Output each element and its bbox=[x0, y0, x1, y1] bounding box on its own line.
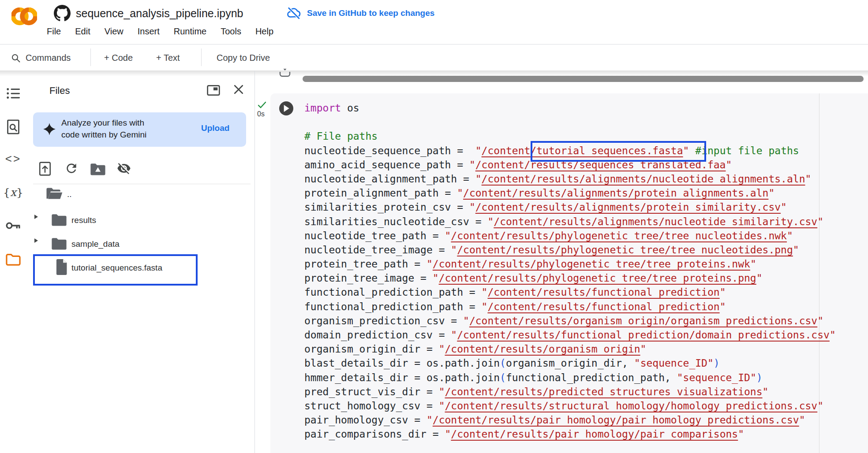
horizontal-scrollbar[interactable] bbox=[303, 76, 864, 82]
sidebar-divider bbox=[254, 71, 255, 453]
gemini-sparkle-icon bbox=[43, 122, 56, 136]
code-line[interactable]: pred_struct_vis_dir = "/content/results/… bbox=[304, 385, 836, 399]
commands-button[interactable]: Commands bbox=[26, 53, 71, 63]
code-line[interactable]: functional_prediction_path = "/content/r… bbox=[304, 300, 836, 314]
hide-hidden-files-icon[interactable] bbox=[116, 161, 131, 175]
toolbar-divider bbox=[201, 48, 202, 66]
save-in-github-link[interactable]: Save in GitHub to keep changes bbox=[307, 8, 434, 18]
code-line[interactable]: hmmer_details_dir = os.path.join(functio… bbox=[304, 371, 836, 385]
code-line[interactable]: domain_prediction_csv = "/content/result… bbox=[304, 328, 836, 342]
menu-file[interactable]: File bbox=[47, 26, 61, 37]
code-line[interactable]: blast_details_dir = os.path.join(organis… bbox=[304, 356, 836, 370]
code-line[interactable]: protein_tree_path = "/content/results/ph… bbox=[304, 257, 836, 271]
refresh-icon[interactable] bbox=[64, 161, 79, 175]
tree-item-sample-data[interactable]: sample_data bbox=[71, 239, 120, 249]
open-in-tab-icon[interactable] bbox=[206, 84, 221, 97]
code-line[interactable]: nucleotide_alignment_path = "/content/re… bbox=[304, 172, 836, 186]
add-code-button[interactable]: + Code bbox=[104, 53, 133, 63]
files-divider bbox=[33, 184, 251, 184]
folder-icon bbox=[51, 237, 67, 250]
code-line[interactable]: similarities_protein_csv = "/content/res… bbox=[304, 200, 836, 214]
close-panel-icon[interactable] bbox=[232, 83, 245, 96]
toolbar-divider bbox=[90, 48, 91, 66]
folder-open-icon bbox=[46, 187, 63, 200]
topbar-divider bbox=[0, 44, 868, 45]
code-line[interactable]: protein_tree_image = "/content/results/p… bbox=[304, 271, 836, 285]
folder-icon bbox=[51, 213, 67, 226]
code-line[interactable]: protein_alignment_path = "/content/resul… bbox=[304, 186, 836, 200]
menubar: File Edit View Insert Runtime Tools Help bbox=[47, 26, 273, 37]
upload-button[interactable]: Upload bbox=[201, 123, 229, 133]
menu-insert[interactable]: Insert bbox=[138, 26, 160, 37]
code-line[interactable]: similarities_nucleotide_csv = "/content/… bbox=[304, 215, 836, 229]
run-cell-button[interactable] bbox=[279, 101, 293, 115]
tree-item-results[interactable]: results bbox=[71, 215, 96, 225]
code-line[interactable]: pair_comparisons_dir = "/content/results… bbox=[304, 427, 836, 441]
colab-window: sequence_analysis_pipeline.ipynb Save in… bbox=[0, 0, 868, 453]
notebook-title[interactable]: sequence_analysis_pipeline.ipynb bbox=[76, 4, 243, 22]
add-text-button[interactable]: + Text bbox=[156, 53, 180, 63]
table-of-contents-icon[interactable] bbox=[4, 85, 22, 102]
code-line[interactable]: organism_prediction_csv = "/content/resu… bbox=[304, 314, 836, 328]
expand-caret-icon[interactable] bbox=[34, 238, 38, 243]
partial-cell-toolbar-icon bbox=[279, 68, 291, 78]
execution-success-icon bbox=[257, 100, 267, 110]
code-line[interactable]: struct_homology_csv = "/content/results/… bbox=[304, 399, 836, 413]
tree-item-parent-dir[interactable]: .. bbox=[67, 189, 72, 199]
menu-edit[interactable]: Edit bbox=[75, 26, 90, 37]
files-folder-icon[interactable] bbox=[4, 250, 22, 268]
cloud-off-icon bbox=[286, 6, 302, 20]
menu-runtime[interactable]: Runtime bbox=[174, 26, 206, 37]
code-line[interactable] bbox=[304, 115, 836, 129]
annotation-box-file bbox=[33, 254, 198, 286]
copy-to-drive-button[interactable]: Copy to Drive bbox=[217, 53, 270, 63]
menu-help[interactable]: Help bbox=[255, 26, 273, 37]
code-line[interactable]: pair_homology_csv = "/content/results/pa… bbox=[304, 413, 836, 427]
mount-drive-icon[interactable] bbox=[90, 162, 106, 175]
code-line[interactable]: nucleotide_tree_image = "/content/result… bbox=[304, 243, 836, 257]
colab-logo-icon[interactable] bbox=[11, 6, 37, 26]
code-line[interactable]: import os bbox=[304, 101, 836, 115]
annotation-box-code bbox=[531, 141, 706, 162]
code-line[interactable]: nucleotide_tree_path = "/content/results… bbox=[304, 229, 836, 243]
execution-time: 0s bbox=[257, 110, 265, 118]
code-line[interactable]: organism_origin_dir = "/content/results/… bbox=[304, 342, 836, 356]
gemini-banner-text: Analyze your files with code written by … bbox=[61, 117, 146, 141]
gemini-banner: Analyze your files with code written by … bbox=[33, 112, 246, 147]
variables-icon[interactable]: {x} bbox=[4, 183, 22, 201]
secrets-key-icon[interactable] bbox=[4, 217, 22, 234]
menu-tools[interactable]: Tools bbox=[221, 26, 241, 37]
expand-caret-icon[interactable] bbox=[34, 215, 38, 219]
code-line[interactable]: functional_prediction_path = "/content/r… bbox=[304, 285, 836, 299]
code-snippets-icon[interactable]: <> bbox=[4, 150, 22, 167]
search-icon bbox=[11, 53, 21, 63]
find-replace-icon[interactable] bbox=[4, 118, 22, 136]
github-icon bbox=[54, 5, 71, 22]
menu-view[interactable]: View bbox=[105, 26, 123, 37]
files-panel-title: Files bbox=[49, 85, 70, 97]
upload-file-icon[interactable] bbox=[38, 161, 52, 176]
